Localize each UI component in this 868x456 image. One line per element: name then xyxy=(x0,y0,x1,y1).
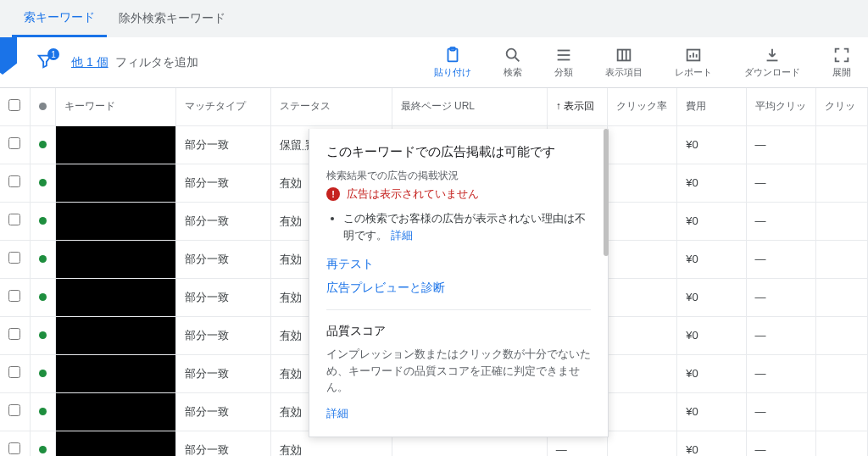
search-icon xyxy=(504,46,522,64)
download-button[interactable]: ダウンロード xyxy=(744,46,800,79)
header-cost[interactable]: 費用 xyxy=(677,88,746,125)
keyword-redacted xyxy=(56,431,175,457)
cell-avg: — xyxy=(746,392,815,431)
popup-title: このキーワードでの広告掲載は可能です xyxy=(326,144,591,160)
tab-bar: 索キーワード 除外検索キーワード xyxy=(0,0,868,37)
cell-status[interactable]: 有効 xyxy=(280,405,302,418)
cell-status[interactable]: 有効 xyxy=(280,176,302,189)
row-checkbox[interactable] xyxy=(8,328,20,340)
cell-match-type: 部分一致 xyxy=(176,392,271,431)
report-button[interactable]: レポート xyxy=(675,46,712,79)
header-ctr[interactable]: クリック率 xyxy=(607,88,676,125)
ad-preview-link[interactable]: 広告プレビューと診断 xyxy=(326,281,591,296)
row-checkbox[interactable] xyxy=(8,404,20,416)
warning-icon: ! xyxy=(326,187,340,201)
cell-match-type: 部分一致 xyxy=(176,202,271,240)
row-checkbox[interactable] xyxy=(8,290,20,302)
keyword-redacted xyxy=(56,241,175,278)
search-button[interactable]: 検索 xyxy=(504,46,522,79)
cell-avg: — xyxy=(746,164,815,202)
cell-cost: ¥0 xyxy=(677,316,746,354)
cell-status[interactable]: 有効 xyxy=(280,367,302,380)
segment-button[interactable]: 分類 xyxy=(554,46,573,79)
svg-point-2 xyxy=(507,49,516,58)
popup-subtitle: 検索結果での広告の掲載状況 xyxy=(326,169,591,183)
download-label: ダウンロード xyxy=(744,66,800,79)
row-checkbox[interactable] xyxy=(8,252,20,264)
row-checkbox[interactable] xyxy=(8,137,20,149)
cell-match-type: 部分一致 xyxy=(176,278,271,316)
columns-icon xyxy=(615,46,633,64)
row-checkbox[interactable] xyxy=(8,214,20,225)
cell-clicks xyxy=(815,240,867,278)
cell-status[interactable]: 有効 xyxy=(280,329,302,342)
cell-match-type: 部分一致 xyxy=(176,431,271,456)
header-clicks[interactable]: クリッ xyxy=(815,88,867,125)
header-keyword[interactable]: キーワード xyxy=(56,88,176,125)
cell-match-type: 部分一致 xyxy=(176,316,271,354)
cell-cost: ¥0 xyxy=(677,431,746,456)
status-dot-icon xyxy=(39,255,47,263)
cell-avg: — xyxy=(746,316,815,354)
filter-icon[interactable]: 1 xyxy=(36,52,54,73)
columns-button[interactable]: 表示項目 xyxy=(605,46,643,79)
segment-label: 分類 xyxy=(554,66,573,79)
popup-warning: ! 広告は表示されていません xyxy=(326,186,591,202)
cell-status[interactable]: 有効 xyxy=(280,291,302,303)
status-dot-icon xyxy=(39,331,47,339)
paste-label: 貼り付け xyxy=(434,66,471,79)
cell-ctr xyxy=(607,240,676,278)
header-checkbox[interactable] xyxy=(0,88,30,125)
cell-match-type: 部分一致 xyxy=(176,354,271,392)
tab-negative-keywords[interactable]: 除外検索キーワード xyxy=(107,0,237,37)
cell-cost: ¥0 xyxy=(677,392,746,431)
add-filter-text[interactable]: フィルタを追加 xyxy=(115,55,198,70)
status-dot-icon xyxy=(39,370,47,377)
cell-clicks xyxy=(815,164,867,202)
cell-cost: ¥0 xyxy=(677,125,746,164)
cell-clicks xyxy=(815,354,867,392)
header-final-url[interactable]: 最終ページ URL xyxy=(392,88,547,125)
cell-cost: ¥0 xyxy=(677,164,746,202)
header-impressions[interactable]: ↑ 表示回 xyxy=(547,88,607,125)
row-checkbox[interactable] xyxy=(8,366,20,378)
header-avg-cpc[interactable]: 平均クリッ xyxy=(746,88,815,125)
quality-score-detail-link[interactable]: 詳細 xyxy=(326,407,348,420)
filter-badge: 1 xyxy=(47,48,59,60)
paste-button[interactable]: 貼り付け xyxy=(434,46,471,79)
cell-ctr xyxy=(607,316,676,354)
search-label: 検索 xyxy=(504,66,522,79)
cell-clicks xyxy=(815,278,867,316)
popup-scrollbar[interactable] xyxy=(604,129,609,256)
cell-status[interactable]: 有効 xyxy=(280,253,302,265)
status-dot-icon xyxy=(39,446,47,453)
header-status[interactable]: ステータス xyxy=(271,88,392,125)
row-checkbox[interactable] xyxy=(8,442,20,454)
report-icon xyxy=(684,46,703,64)
cell-cost: ¥0 xyxy=(677,202,746,240)
select-all-checkbox[interactable] xyxy=(8,99,20,111)
expand-button[interactable]: 展開 xyxy=(832,46,851,79)
cell-avg: — xyxy=(746,431,815,456)
cell-ctr xyxy=(607,125,676,164)
popup-warning-text: 広告は表示されていません xyxy=(347,186,479,202)
row-checkbox[interactable] xyxy=(8,175,20,187)
cell-ctr xyxy=(607,164,676,202)
expand-label: 展開 xyxy=(832,66,851,79)
cell-status[interactable]: 有効 xyxy=(280,214,302,227)
quality-score-title: 品質スコア xyxy=(326,324,591,339)
cell-clicks xyxy=(815,431,867,456)
more-filters-link[interactable]: 他 1 個 xyxy=(71,55,108,70)
toolbar: 1 他 1 個 フィルタを追加 貼り付け 検索 分類 表示項目 レポート ダウン… xyxy=(0,37,868,88)
popup-detail-link[interactable]: 詳細 xyxy=(391,229,413,242)
header-status-dot[interactable] xyxy=(30,88,56,125)
cell-status[interactable]: 有効 xyxy=(280,443,302,456)
header-match-type[interactable]: マッチタイプ xyxy=(176,88,271,125)
tab-search-keywords[interactable]: 索キーワード xyxy=(12,0,107,37)
keyword-redacted xyxy=(56,317,175,354)
cell-clicks xyxy=(815,316,867,354)
cell-clicks xyxy=(815,125,867,164)
status-dot-icon xyxy=(39,141,47,148)
cell-ctr xyxy=(607,431,676,456)
retest-link[interactable]: 再テスト xyxy=(326,257,591,272)
